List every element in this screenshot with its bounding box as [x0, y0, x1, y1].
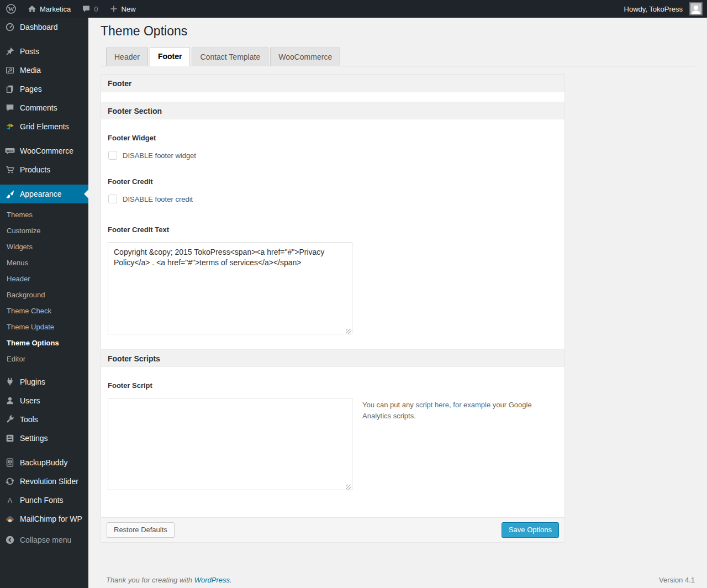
submenu-widgets[interactable]: Widgets [0, 239, 88, 255]
submenu-theme-check[interactable]: Theme Check [0, 303, 88, 319]
footer-section-header: Footer Section [101, 102, 564, 119]
submenu-theme-update[interactable]: Theme Update [0, 319, 88, 335]
thanks-text: Thank you for creating with WordPress. [106, 576, 232, 584]
collapse-arrow-icon [4, 534, 15, 545]
user-icon [4, 395, 15, 406]
svg-text:A: A [8, 497, 13, 505]
tab-footer[interactable]: Footer [150, 47, 191, 66]
footer-scripts-body: Footer Script You can put any script her… [101, 367, 564, 517]
comments-icon [4, 102, 15, 113]
disable-footer-credit-checkbox[interactable] [108, 195, 117, 203]
sidebar-item-mailchimp[interactable]: MailChimp for WP [0, 510, 88, 528]
dashboard-gauge-icon [4, 22, 15, 33]
nav-tabs: Header Footer Contact Template WooCommer… [101, 47, 695, 66]
sidebar-item-posts[interactable]: Posts [0, 42, 88, 61]
page-title: Theme Options [101, 18, 695, 47]
cart-icon [4, 164, 15, 175]
woocommerce-badge-icon: Woo [4, 145, 15, 156]
letter-a-icon: A [4, 495, 15, 506]
admin-bar: W Marketica 0 New Howdy, TokoPress [0, 0, 707, 18]
media-icon [4, 65, 15, 76]
main-content: Theme Options Header Footer Contact Temp… [88, 0, 707, 588]
sidebar-item-appearance[interactable]: Appearance [0, 185, 88, 203]
site-name-label: Marketica [40, 5, 71, 13]
disable-footer-widget-checkbox[interactable] [108, 151, 117, 160]
panel-actions-bar: Restore Defaults Save Options [101, 517, 564, 542]
my-account-menu[interactable]: Howdy, TokoPress [619, 0, 685, 18]
sidebar-item-pages[interactable]: Pages [0, 80, 88, 98]
restore-defaults-button[interactable]: Restore Defaults [107, 522, 175, 538]
plugin-icon [4, 376, 15, 387]
appearance-brush-icon [4, 188, 15, 200]
wrench-icon [4, 414, 15, 425]
avatar[interactable] [689, 2, 703, 15]
submenu-theme-options[interactable]: Theme Options [0, 335, 88, 351]
submenu-header[interactable]: Header [0, 271, 88, 287]
disable-footer-widget-label: DISABLE footer widget [123, 151, 196, 160]
footer-credit-text-textarea[interactable]: Copyright &copy; 2015 TokoPress<span><a … [108, 242, 352, 334]
settings-sliders-icon [4, 433, 15, 444]
wordpress-link[interactable]: WordPress [194, 576, 230, 584]
sidebar-item-woocommerce[interactable]: Woo WooCommerce [0, 141, 88, 160]
footer-script-hint: You can put any script here, for example… [362, 400, 534, 422]
refresh-cycle-icon [4, 476, 15, 487]
submenu-themes[interactable]: Themes [0, 207, 88, 223]
site-name-menu[interactable]: Marketica [22, 0, 76, 18]
howdy-label: Howdy, TokoPress [624, 5, 683, 13]
footer-credit-text-label: Footer Credit Text [108, 225, 558, 234]
pushpin-icon [4, 46, 15, 57]
footer-script-label: Footer Script [108, 381, 558, 390]
submenu-editor[interactable]: Editor [0, 351, 88, 367]
mailchimp-monkey-icon [4, 513, 15, 524]
plus-icon [109, 4, 118, 13]
pages-icon [4, 83, 15, 95]
sidebar-item-users[interactable]: Users [0, 391, 88, 410]
footer-widget-label: Footer Widget [108, 134, 558, 142]
sidebar-item-plugins[interactable]: Plugins [0, 372, 88, 391]
sidebar-item-comments[interactable]: Comments [0, 98, 88, 117]
theme-options-panel: Footer Footer Section Footer Widget DISA… [101, 74, 565, 543]
sidebar-item-media[interactable]: Media [0, 61, 88, 80]
footer-scripts-header: Footer Scripts [101, 349, 564, 367]
tab-header[interactable]: Header [106, 48, 148, 66]
comments-menu[interactable]: 0 [76, 0, 103, 18]
sidebar-item-grid-elements[interactable]: Grid Elements [0, 117, 88, 136]
new-content-menu[interactable]: New [104, 0, 141, 18]
disable-footer-credit-label: DISABLE footer credit [123, 195, 193, 203]
tab-contact-template[interactable]: Contact Template [192, 48, 268, 66]
grid-elements-icon [4, 121, 15, 132]
save-options-button[interactable]: Save Options [502, 522, 559, 538]
new-label: New [122, 5, 136, 13]
footer-section-body: Footer Widget DISABLE footer widget Foot… [101, 119, 564, 349]
admin-sidebar: Dashboard Posts Media Pages Comments Gri… [0, 18, 88, 588]
page-footer: Thank you for creating with WordPress. V… [101, 576, 695, 588]
submenu-customize[interactable]: Customize [0, 223, 88, 239]
submenu-menus[interactable]: Menus [0, 255, 88, 271]
sidebar-item-settings[interactable]: Settings [0, 429, 88, 448]
sidebar-item-collapse-menu[interactable]: Collapse menu [0, 531, 88, 549]
footer-script-textarea[interactable] [108, 398, 352, 490]
footer-credit-label: Footer Credit [108, 177, 558, 186]
sidebar-item-backupbuddy[interactable]: BackupBuddy [0, 453, 88, 472]
comments-count: 0 [94, 5, 98, 13]
svg-text:Woo: Woo [7, 149, 14, 153]
panel-header: Footer [101, 75, 564, 92]
sidebar-item-products[interactable]: Products [0, 160, 88, 179]
sidebar-item-punch-fonts[interactable]: A Punch Fonts [0, 491, 88, 510]
submenu-background[interactable]: Background [0, 287, 88, 303]
sidebar-item-tools[interactable]: Tools [0, 410, 88, 429]
wordpress-logo-icon: W [6, 3, 17, 14]
tab-woocommerce[interactable]: WooCommerce [270, 48, 340, 66]
svg-text:W: W [8, 6, 14, 12]
backup-drive-icon [4, 457, 15, 468]
sidebar-item-dashboard[interactable]: Dashboard [0, 18, 88, 36]
version-label: Version 4.1 [659, 576, 695, 584]
home-icon [28, 4, 36, 13]
sidebar-item-revolution-slider[interactable]: Revolution Slider [0, 472, 88, 491]
appearance-submenu: Themes Customize Widgets Menus Header Ba… [0, 203, 88, 372]
wordpress-logo-menu[interactable]: W [0, 0, 22, 18]
comment-bubble-icon [82, 4, 91, 13]
